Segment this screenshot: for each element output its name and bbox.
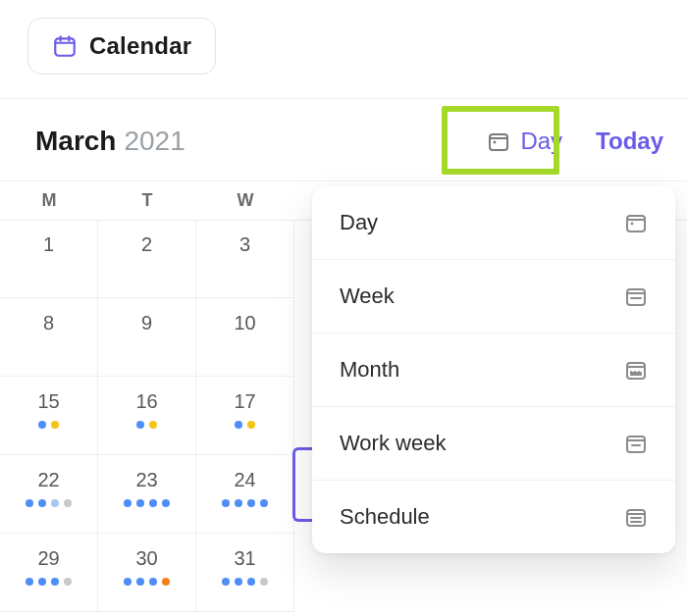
calendar-cell[interactable]: 22	[0, 455, 98, 534]
menu-item-week[interactable]: Week	[312, 260, 675, 334]
calendar-pill-label: Calendar	[89, 32, 191, 60]
event-dots	[196, 578, 293, 586]
menu-item-label: Day	[340, 210, 378, 235]
svg-point-2	[494, 141, 497, 144]
weekday-header: M T W	[0, 190, 294, 211]
calendar-day-icon	[624, 211, 648, 234]
event-dots	[196, 421, 293, 429]
weekday-label: W	[196, 190, 294, 211]
calendar-cell[interactable]: 16	[98, 377, 196, 455]
weekday-label: M	[0, 190, 98, 211]
event-dots	[98, 578, 195, 586]
menu-item-label: Work week	[340, 431, 446, 456]
event-dots	[0, 499, 97, 507]
calendar-cell[interactable]: 1	[0, 220, 98, 298]
month-header: March 2021 Day Today	[35, 118, 663, 165]
calendar-cell[interactable]: 9	[98, 298, 196, 377]
svg-rect-3	[627, 216, 645, 231]
calendar-cell[interactable]: 17	[196, 377, 294, 455]
month-label: March	[35, 126, 116, 157]
calendar-row: 22 23 24	[0, 455, 304, 534]
menu-item-workweek[interactable]: Work week	[312, 407, 675, 481]
calendar-cell[interactable]: 15	[0, 377, 98, 455]
event-dots	[0, 421, 97, 429]
event-dots	[98, 499, 195, 507]
divider	[0, 180, 687, 181]
menu-item-label: Month	[340, 357, 399, 383]
calendar-cell[interactable]: 31	[196, 534, 294, 612]
calendar-cell[interactable]: 24	[196, 455, 294, 534]
calendar-day-icon	[487, 129, 510, 153]
event-dots	[196, 499, 293, 507]
calendar-row: 15 16 17	[0, 377, 304, 455]
svg-point-4	[631, 223, 634, 226]
calendar-grid: 1 2 3 8 9 10 15 16 17 22 23 24	[0, 220, 304, 612]
calendar-row: 1 2 3	[0, 220, 304, 298]
calendar-cell[interactable]: 30	[98, 534, 196, 612]
svg-rect-0	[55, 38, 75, 55]
view-switcher-menu: Day Week Month Work week	[312, 186, 675, 553]
calendar-workweek-icon	[624, 432, 648, 455]
calendar-icon	[52, 33, 78, 59]
menu-item-schedule[interactable]: Schedule	[312, 481, 675, 553]
calendar-cell[interactable]: 8	[0, 298, 98, 377]
divider	[0, 98, 687, 99]
calendar-row: 29 30 31	[0, 534, 304, 612]
calendar-row: 8 9 10	[0, 298, 304, 377]
calendar-cell[interactable]: 3	[196, 220, 294, 298]
today-button[interactable]: Today	[596, 128, 663, 155]
svg-rect-7	[630, 372, 642, 376]
calendar-cell[interactable]: 10	[196, 298, 294, 377]
menu-item-day[interactable]: Day	[312, 186, 675, 260]
year-label: 2021	[124, 126, 185, 157]
view-switcher-button[interactable]: Day	[473, 118, 576, 165]
event-dots	[0, 578, 97, 586]
menu-item-label: Week	[340, 283, 395, 309]
calendar-schedule-icon	[624, 505, 648, 529]
view-switcher-label: Day	[520, 128, 562, 155]
calendar-cell[interactable]: 23	[98, 455, 196, 534]
calendar-month-icon	[624, 358, 648, 382]
event-dots	[98, 421, 195, 429]
svg-rect-6	[627, 363, 645, 379]
menu-item-month[interactable]: Month	[312, 334, 675, 407]
weekday-label: T	[98, 190, 196, 211]
page-title: March 2021	[35, 126, 185, 157]
calendar-pill[interactable]: Calendar	[27, 18, 216, 75]
menu-item-label: Schedule	[340, 504, 430, 530]
calendar-week-icon	[624, 284, 648, 308]
calendar-cell[interactable]: 29	[0, 534, 98, 612]
svg-rect-1	[490, 134, 507, 150]
calendar-cell[interactable]: 2	[98, 220, 196, 298]
